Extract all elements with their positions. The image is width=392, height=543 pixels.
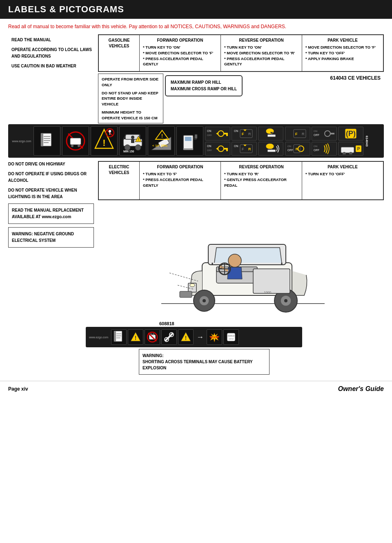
direction-r-icon: ON F R	[232, 142, 257, 156]
forward-controls-row: ON OFF ON F	[205, 127, 283, 141]
svg-point-108	[190, 284, 195, 287]
pedal-icon	[258, 127, 283, 141]
svg-rect-36	[195, 134, 197, 139]
svg-text:R: R	[248, 147, 251, 151]
read-manual-label: READ THE MANUAL	[11, 37, 95, 43]
horn-sound-icon: ON OFF	[312, 142, 337, 156]
svg-point-66	[266, 143, 274, 149]
reverse-electric-items: * TURN KEY TO 'R' * GENTLY PRESS ACCELER…	[224, 171, 298, 188]
svg-rect-73	[330, 133, 334, 134]
key-on-icon: ON OFF	[205, 127, 230, 141]
operate-label: OPERATE ACCORDING TO LOCAL LAWS AND REGU…	[11, 47, 95, 60]
ce-vehicles-label: 614043 CE VEHICLES	[244, 74, 384, 123]
svg-rect-57	[226, 150, 228, 151]
middle-center-col: OPERATE FROM DRIVER SIDE ONLY DO NOT STA…	[98, 74, 384, 123]
forward-op-title: FORWARD OPERATION	[143, 38, 217, 43]
svg-text:R: R	[248, 132, 251, 136]
forward-op-electric: FORWARD OPERATION * TURN KEY TO 'F' * PR…	[140, 162, 221, 199]
svg-marker-63	[243, 145, 247, 146]
read-manual-replacement-box: READ THE MANUAL REPLACEMENT AVAILABLE AT…	[8, 203, 94, 224]
svg-point-10	[78, 145, 80, 147]
intro-line1: Read all of manual to become familiar wi…	[8, 24, 286, 29]
bottom-strip-site: www.ezgo.com	[89, 336, 108, 339]
svg-text:ON: ON	[207, 145, 212, 147]
svg-text:OFF: OFF	[314, 134, 319, 136]
svg-point-101	[228, 254, 241, 267]
park-electric: PARK VEHICLE * TURN KEY TO 'OFF'	[302, 162, 383, 199]
svg-marker-43	[216, 132, 218, 135]
bottom-label-strip: www.ezgo.com !	[86, 327, 302, 347]
strip-tools-icon	[161, 329, 177, 345]
park-gasoline: PARK VEHICLE * MOVE DIRECTION SELECTOR T…	[302, 35, 383, 71]
svg-text:!: !	[161, 133, 163, 139]
battery-warning-box: WARNING: SHORTING ACROSS TERMINALS MAY C…	[139, 349, 270, 375]
part-number-label: 614043	[365, 136, 369, 147]
middle-instructions: OPERATE FROM DRIVER SIDE ONLY DO NOT STA…	[98, 74, 384, 123]
svg-line-126	[166, 334, 172, 340]
left-warnings-bottom: DO NOT DRIVE ON HIGHWAY DO NOT OPERATE I…	[8, 161, 98, 200]
svg-point-78	[298, 146, 304, 152]
left-warnings-top: READ THE MANUAL OPERATE ACCORDING TO LOC…	[8, 34, 98, 72]
strip-arrow: →	[196, 333, 204, 342]
forward-op-items: * TURN KEY TO 'ON' * MOVE DIRECTION SELE…	[143, 45, 217, 67]
reverse-op-title: REVERSE OPERATION	[224, 38, 298, 43]
svg-text:OFF: OFF	[314, 149, 319, 152]
drugs-warning: DO NOT OPERATE IF USING DRUGS OR ALCOHOL	[8, 171, 95, 184]
svg-text:serial: serial	[229, 337, 234, 340]
svg-text:!: !	[102, 138, 105, 148]
svg-rect-123	[153, 333, 154, 335]
lightning-warning: DO NOT OPERATE VEHICLE WHEN LIGHTNING IS…	[8, 187, 95, 200]
person-cart-icon: !	[91, 126, 118, 156]
svg-text:BOOM: BOOM	[210, 336, 219, 339]
do-not-stand-text: DO NOT STAND UP AND KEEP ENTIRE BODY INS…	[102, 90, 160, 107]
svg-text:OFF: OFF	[207, 134, 212, 136]
svg-text:F: F	[242, 132, 244, 136]
svg-marker-58	[216, 147, 218, 150]
svg-rect-42	[226, 134, 228, 136]
page-number: Page xiv	[8, 386, 28, 392]
battery-warning-text: SHORTING ACROSS TERMINALS MAY CAUSE BATT…	[143, 359, 266, 371]
strip-tag-icon: 608818 serial	[223, 329, 239, 345]
ramp-section: MAXIMUM RAMP OR HILL MAXIMUM CROSS RAMP …	[165, 74, 243, 123]
electric-instructions: ELECTRIC VEHICLES FORWARD OPERATION * TU…	[98, 161, 384, 200]
svg-point-40	[218, 131, 224, 136]
key-on-rev-icon: ON OFF	[205, 142, 230, 156]
intro-section: Read all of manual to become familiar wi…	[0, 19, 392, 32]
gasoline-title: GASOLINE VEHICLES	[102, 38, 136, 49]
ramp-box: MAXIMUM RAMP OR HILL MAXIMUM CROSS RAMP …	[165, 75, 243, 96]
svg-point-15	[109, 130, 111, 132]
svg-text:!: !	[138, 137, 139, 141]
svg-rect-109	[253, 269, 290, 293]
svg-rect-64	[267, 150, 276, 152]
golf-cart-svg: 1000	[145, 203, 333, 318]
svg-text:R: R	[296, 147, 298, 151]
svg-text:< 14° 25%: < 14° 25%	[152, 144, 167, 147]
gasoline-instructions: GASOLINE VEHICLES FORWARD OPERATION * TU…	[98, 34, 384, 72]
strip-book-icon	[111, 329, 127, 345]
svg-rect-8	[70, 138, 81, 145]
svg-rect-115	[114, 331, 116, 342]
svg-text:(P): (P)	[346, 130, 356, 138]
pedal-sound-icon	[258, 142, 283, 156]
svg-text:P: P	[357, 147, 360, 151]
park-title: PARK VEHICLE	[305, 38, 380, 43]
park-dir-r-icon: ON OFF R	[285, 142, 310, 156]
operate-from-box: OPERATE FROM DRIVER SIDE ONLY DO NOT STA…	[98, 74, 163, 123]
svg-text:608818: 608818	[228, 335, 235, 337]
svg-text:ON: ON	[314, 145, 317, 147]
svg-text:ON: ON	[234, 145, 238, 147]
parking-p-icon: (P)	[338, 127, 363, 141]
strip-explosion-icon: BOOM	[207, 329, 222, 345]
svg-point-98	[284, 299, 287, 302]
svg-point-21	[125, 145, 130, 150]
svg-rect-56	[224, 148, 228, 150]
gas-pump-icon	[176, 126, 203, 156]
svg-text:OFF: OFF	[287, 149, 293, 152]
reverse-op-items: * TURN KEY TO 'ON' * MOVE DIRECTION SELE…	[224, 45, 298, 67]
bottom-label-row: 608818 www.ezgo.com	[86, 321, 384, 347]
page-footer: Page xiv Owner's Guide	[0, 381, 392, 397]
control-icons-cluster: ON OFF ON F	[205, 127, 283, 156]
cart-left-boxes: READ THE MANUAL REPLACEMENT AVAILABLE AT…	[8, 203, 94, 248]
svg-point-95	[203, 299, 206, 302]
reverse-op-electric: REVERSE OPERATION * TURN KEY TO 'R' * GE…	[221, 162, 302, 199]
